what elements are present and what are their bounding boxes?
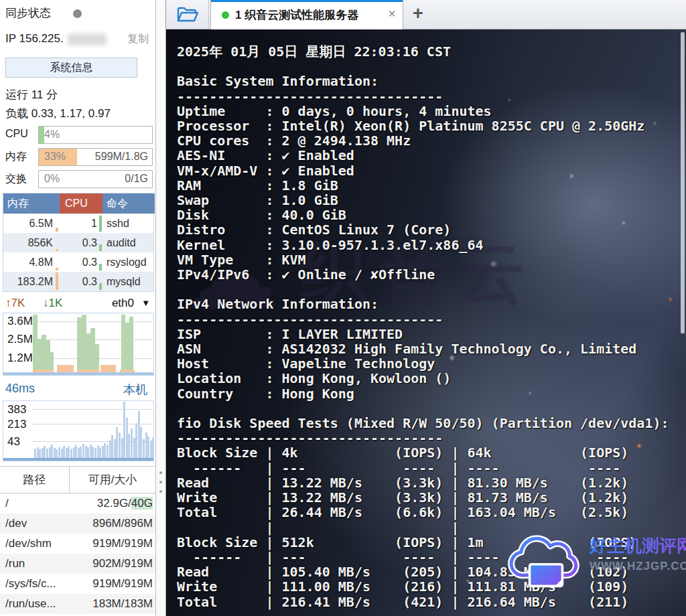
ping-bar: [39, 449, 41, 458]
disk-header-size[interactable]: 可用/大小: [70, 467, 155, 493]
disk-row[interactable]: /sys/fs/c...919M/919M: [0, 574, 155, 594]
meter-label: 内存: [5, 150, 27, 164]
process-cmd: mysqld: [102, 272, 155, 291]
download-rate: 1K: [49, 297, 63, 309]
disk-row[interactable]: /run/use...183M/183M: [0, 594, 155, 614]
ping-bar: [104, 443, 106, 458]
process-row[interactable]: 4.8M0.3rsyslogd: [3, 252, 153, 272]
system-info-button[interactable]: 系统信息: [5, 58, 137, 78]
ping-bar: [143, 439, 145, 458]
connection-manager-button[interactable]: [166, 0, 209, 29]
tab-bar: 1 织音云测试性能服务器 × +: [166, 0, 686, 29]
interface-selector[interactable]: eth0: [112, 297, 134, 310]
ping-bar: [34, 449, 36, 458]
upload-rate: 7K: [11, 297, 25, 309]
ping-latency: 46ms: [5, 382, 35, 395]
process-mem: 183.2M: [3, 272, 60, 291]
ping-bar: [44, 446, 46, 458]
process-table: 内存 CPU 命令 6.5M1sshd856K0.3auditd4.8M0.3r…: [3, 193, 154, 292]
disk-size: 902M/919M: [70, 554, 155, 574]
ping-bar: [135, 423, 137, 458]
ping-bar: [66, 448, 68, 458]
mem-usage-bar: [56, 228, 58, 232]
terminal-output[interactable]: 2025年 01月 05日 星期日 22:03:16 CST Basic Sys…: [177, 44, 669, 609]
process-row[interactable]: 6.5M1sshd: [3, 214, 153, 233]
tab-active-stripe: [211, 0, 403, 2]
disk-header-path[interactable]: 路径: [0, 467, 70, 493]
meter-label: CPU: [5, 128, 28, 140]
sidebar-splitter[interactable]: [155, 0, 166, 616]
app-window: 同步状态 IP 156.225. 复制 系统信息 运行 11 分 负载 0.33…: [0, 0, 686, 616]
ping-bar: [82, 444, 84, 458]
terminal-scrollbar[interactable]: [681, 32, 685, 333]
meter-1: 内存33%599M/1.8G: [5, 148, 153, 166]
new-tab-button[interactable]: +: [413, 3, 423, 24]
disk-path: /sys/fs/c...: [0, 574, 70, 594]
ping-header: 46ms 本机: [5, 382, 151, 396]
net-axis-label: 3.6M: [7, 315, 33, 328]
disk-row[interactable]: /run902M/919M: [0, 554, 155, 574]
process-row[interactable]: 856K0.3auditd: [3, 233, 153, 252]
disk-size: 919M/919M: [70, 534, 155, 554]
ping-bar: [63, 446, 65, 458]
process-header-cpu[interactable]: CPU: [60, 194, 102, 214]
sync-status-row: 同步状态: [5, 5, 82, 21]
process-header-cmd[interactable]: 命令: [102, 194, 155, 214]
ping-bar: [111, 435, 113, 458]
connected-status-icon: [222, 11, 229, 19]
process-table-header: 内存 CPU 命令: [3, 194, 153, 214]
net-tx-bar: [100, 365, 116, 372]
process-cpu: 0.3: [60, 252, 102, 272]
ping-bar: [90, 445, 92, 458]
net-rx-bar: [129, 317, 133, 372]
ping-bar: [150, 441, 152, 458]
disk-size: 896M/896M: [70, 514, 155, 534]
ping-bar: [94, 448, 96, 458]
disk-row[interactable]: /dev896M/896M: [0, 514, 155, 534]
cpu-usage-bar: [99, 244, 102, 251]
process-mem: 4.8M: [3, 252, 60, 272]
terminal-screen[interactable]: ☁ 织音云 2025年 01月 05日 星期日 22:03:16 CST Bas…: [166, 29, 686, 616]
disk-row[interactable]: /32.9G/40G: [0, 493, 155, 514]
ping-bar: [78, 448, 80, 458]
disk-path: /: [0, 493, 70, 514]
tab-close-icon[interactable]: ×: [388, 6, 396, 21]
disk-path: /dev/shm: [0, 534, 70, 554]
mem-usage-bar: [56, 249, 58, 251]
ip-redacted-blur: [68, 33, 107, 46]
ping-chart-baseline: [3, 458, 153, 461]
ping-bar: [54, 448, 56, 458]
mem-usage-bar: [56, 273, 58, 290]
chevron-down-icon[interactable]: ▼: [141, 298, 150, 308]
net-tx-bar: [57, 365, 74, 372]
load-average-label: 负载 0.33, 1.17, 0.97: [5, 106, 111, 121]
process-row[interactable]: 183.2M0.3mysqld: [3, 272, 153, 291]
download-arrow-icon: ↓: [43, 297, 49, 309]
ping-bar: [152, 438, 154, 458]
disk-size: 32.9G/40G: [70, 493, 155, 514]
process-header-mem[interactable]: 内存: [3, 194, 60, 214]
ping-bar: [92, 447, 94, 458]
net-axis-label: 2.5M: [7, 333, 33, 346]
ping-bar: [46, 449, 48, 458]
process-cpu: 0.3: [60, 272, 102, 291]
ping-bar: [49, 447, 51, 458]
ip-value: 156.225.: [19, 32, 64, 45]
ping-bar: [107, 445, 109, 458]
ping-target[interactable]: 本机: [123, 382, 147, 398]
disk-path: /run: [0, 554, 70, 574]
meter-bar: 0%0/1G: [38, 170, 153, 188]
meter-detail: 599M/1.8G: [95, 151, 148, 163]
copy-ip-button[interactable]: 复制: [127, 32, 149, 46]
disk-row[interactable]: /dev/shm919M/919M: [0, 534, 155, 554]
folder-open-icon: [177, 7, 198, 23]
site-watermark-name: 好主机测评网: [590, 534, 686, 558]
tab-session[interactable]: 1 织音云测试性能服务器 ×: [210, 0, 403, 29]
meter-bar: 4%: [38, 126, 153, 144]
ping-bar: [145, 433, 147, 458]
ping-bar: [126, 418, 128, 458]
cloud-monitor-icon: [506, 530, 586, 595]
net-chart-baseline: [3, 372, 153, 375]
net-rx-bar: [90, 328, 95, 372]
meter-bar: 33%599M/1.8G: [38, 148, 153, 166]
